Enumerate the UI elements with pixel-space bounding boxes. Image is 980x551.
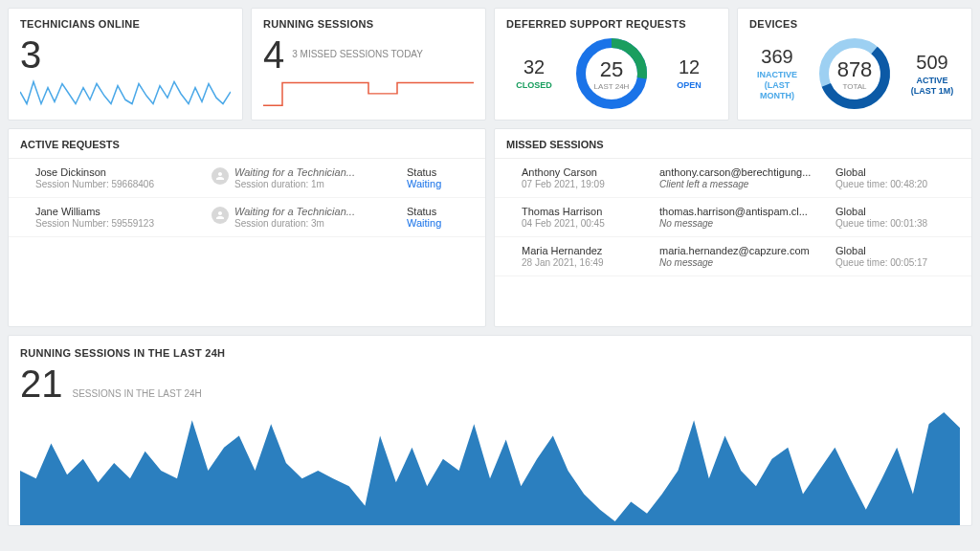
table-row[interactable]: Jane Williams Session Number: 59559123 W… [9, 198, 485, 237]
deferred-requests-card[interactable]: DEFERRED SUPPORT REQUESTS 32 CLOSED 25 L… [494, 8, 729, 121]
active-stat: 509 ACTIVE (LAST 1M) [904, 52, 960, 97]
running-sessions-count: 4 [263, 35, 284, 74]
technicians-sparkline [20, 74, 231, 114]
sessions-24h-area-chart [20, 408, 960, 525]
open-stat: 12 OPEN [661, 56, 717, 91]
group: Global [835, 206, 960, 217]
session-number: Session Number: 59559123 [35, 218, 212, 229]
status-header: Status [407, 206, 474, 217]
table-row[interactable]: Anthony Carson 07 Feb 2021, 19:09 anthon… [495, 159, 971, 198]
sessions-24h-sub: SESSIONS IN THE LAST 24H [73, 388, 202, 399]
avatar-icon [212, 207, 229, 224]
email: anthony.carson@berechtigung... [659, 166, 835, 178]
status-value: Waiting [407, 217, 474, 229]
queue-time: Queue time: 00:01:38 [835, 218, 960, 229]
session-duration: Session duration: 3m [234, 218, 355, 229]
running-sessions-24h-panel: RUNNING SESSIONS IN THE LAST 24H 21 SESS… [8, 335, 972, 526]
missed-sessions-today: 3 MISSED SESSIONS TODAY [292, 49, 423, 59]
message-status: No message [659, 218, 835, 229]
deferred-donut: 25 LAST 24H [573, 35, 650, 112]
running-sparkline [263, 74, 474, 110]
mid-panels-row: ACTIVE REQUESTS Jose Dickinson Session N… [8, 128, 972, 327]
table-row[interactable]: Thomas Harrison 04 Feb 2021, 00:45 thoma… [495, 198, 971, 237]
queue-time: Queue time: 00:05:17 [835, 257, 960, 268]
group: Global [835, 245, 960, 256]
table-row[interactable]: Jose Dickinson Session Number: 59668406 … [9, 159, 485, 198]
status-value: Waiting [407, 178, 474, 189]
queue-time: Queue time: 00:48:20 [835, 179, 960, 189]
email: maria.hernandez@capzure.com [659, 245, 835, 256]
inactive-stat: 369 INACTIVE (LAST MONTH) [749, 46, 805, 100]
card-title: DEFERRED SUPPORT REQUESTS [506, 18, 717, 30]
waiting-text: Waiting for a Technician... [234, 166, 355, 178]
panel-title: MISSED SESSIONS [495, 129, 971, 159]
waiting-text: Waiting for a Technician... [234, 206, 355, 217]
email: thomas.harrison@antispam.cl... [659, 206, 835, 217]
running-sessions-card[interactable]: RUNNING SESSIONS 4 3 MISSED SESSIONS TOD… [251, 8, 486, 121]
devices-card[interactable]: DEVICES 369 INACTIVE (LAST MONTH) 878 TO… [737, 8, 972, 121]
session-date: 07 Feb 2021, 19:09 [522, 179, 659, 189]
technicians-online-card[interactable]: TECHNICIANS ONLINE 3 [8, 8, 243, 121]
sessions-24h-count: 21 [20, 364, 63, 403]
card-title: DEVICES [749, 18, 960, 30]
card-title: RUNNING SESSIONS [263, 18, 474, 30]
panel-title: RUNNING SESSIONS IN THE LAST 24H [20, 347, 960, 359]
session-number: Session Number: 59668406 [35, 179, 212, 189]
person-name: Maria Hernandez [522, 245, 659, 256]
card-title: TECHNICIANS ONLINE [20, 18, 231, 30]
group: Global [835, 166, 960, 178]
panel-title: ACTIVE REQUESTS [9, 129, 485, 159]
missed-sessions-panel: MISSED SESSIONS Anthony Carson 07 Feb 20… [494, 128, 972, 327]
person-name: Thomas Harrison [522, 206, 659, 217]
avatar-icon [212, 167, 229, 185]
session-date: 28 Jan 2021, 16:49 [522, 257, 659, 268]
technicians-count: 3 [20, 35, 231, 74]
devices-donut: 878 TOTAL [816, 35, 893, 112]
session-duration: Session duration: 1m [234, 179, 355, 189]
person-name: Anthony Carson [522, 166, 659, 178]
closed-stat: 32 CLOSED [506, 56, 562, 91]
table-row[interactable]: Maria Hernandez 28 Jan 2021, 16:49 maria… [495, 237, 971, 276]
status-header: Status [407, 166, 474, 178]
requester-name: Jane Williams [35, 206, 212, 217]
top-kpi-row: TECHNICIANS ONLINE 3 RUNNING SESSIONS 4 … [8, 8, 972, 121]
session-date: 04 Feb 2021, 00:45 [522, 218, 659, 229]
message-status: No message [659, 257, 835, 268]
active-requests-panel: ACTIVE REQUESTS Jose Dickinson Session N… [8, 128, 486, 327]
message-status: Client left a message [659, 179, 835, 189]
requester-name: Jose Dickinson [35, 166, 212, 178]
